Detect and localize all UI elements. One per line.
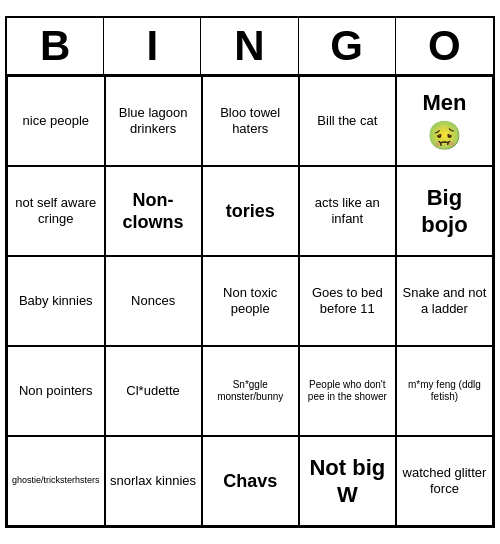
bingo-card: B I N G O nice peopleBlue lagoon drinker…: [5, 16, 495, 528]
bingo-header: B I N G O: [7, 18, 493, 76]
cell-r4-c0: ghostie/tricksterhsters: [7, 436, 105, 526]
cell-r2-c0: Baby kinnies: [7, 256, 105, 346]
letter-n: N: [201, 18, 298, 74]
cell-r3-c3: People who don't pee in the shower: [299, 346, 396, 436]
cell-r4-c4: watched glitter force: [396, 436, 493, 526]
cell-r3-c1: Cl*udette: [105, 346, 202, 436]
cell-r2-c1: Nonces: [105, 256, 202, 346]
cell-r1-c0: not self aware cringe: [7, 166, 105, 256]
letter-i: I: [104, 18, 201, 74]
cell-r4-c1: snorlax kinnies: [105, 436, 202, 526]
cell-r2-c2: Non toxic people: [202, 256, 299, 346]
cell-r2-c3: Goes to bed before 11: [299, 256, 396, 346]
letter-o: O: [396, 18, 493, 74]
cell-r1-c1: Non-clowns: [105, 166, 202, 256]
cell-r3-c0: Non pointers: [7, 346, 105, 436]
cell-r0-c1: Blue lagoon drinkers: [105, 76, 202, 166]
cell-r0-c2: Bloo towel haters: [202, 76, 299, 166]
letter-g: G: [299, 18, 396, 74]
cell-r0-c3: Bill the cat: [299, 76, 396, 166]
cell-r0-c4: Men🤢: [396, 76, 493, 166]
cell-r3-c4: m*my feng (ddlg fetish): [396, 346, 493, 436]
cell-r0-c0: nice people: [7, 76, 105, 166]
cell-r4-c2: Chavs: [202, 436, 299, 526]
cell-r3-c2: Sn*ggle monster/bunny: [202, 346, 299, 436]
cell-r1-c4: Big bojo: [396, 166, 493, 256]
cell-r2-c4: Snake and not a ladder: [396, 256, 493, 346]
letter-b: B: [7, 18, 104, 74]
cell-r4-c3: Not big W: [299, 436, 396, 526]
cell-r1-c2: tories: [202, 166, 299, 256]
bingo-grid: nice peopleBlue lagoon drinkersBloo towe…: [7, 76, 493, 526]
cell-r1-c3: acts like an infant: [299, 166, 396, 256]
